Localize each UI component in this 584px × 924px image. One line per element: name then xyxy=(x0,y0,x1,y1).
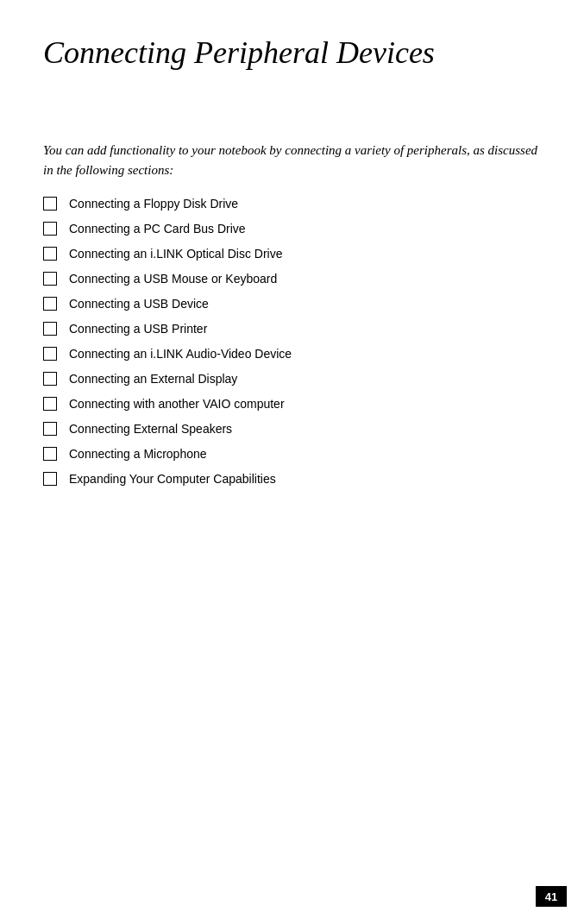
list-item: Connecting External Speakers xyxy=(43,420,541,438)
checkbox-icon xyxy=(43,197,57,211)
list-item-text: Connecting a USB Mouse or Keyboard xyxy=(69,270,277,288)
page-container: Connecting Peripheral Devices You can ad… xyxy=(0,0,584,924)
list-item-text: Connecting a Microphone xyxy=(69,445,207,463)
page-title: Connecting Peripheral Devices xyxy=(43,35,541,72)
checkbox-icon xyxy=(43,222,57,236)
list-item: Connecting a USB Mouse or Keyboard xyxy=(43,270,541,288)
list-item-text: Connecting an External Display xyxy=(69,370,237,388)
checkbox-icon xyxy=(43,272,57,286)
checkbox-icon xyxy=(43,372,57,386)
list-item: Expanding Your Computer Capabilities xyxy=(43,470,541,488)
checkbox-icon xyxy=(43,397,57,411)
checkbox-icon xyxy=(43,422,57,436)
page-number: 41 xyxy=(536,886,567,907)
checkbox-icon xyxy=(43,472,57,486)
intro-paragraph: You can add functionality to your notebo… xyxy=(43,141,541,179)
list-item: Connecting with another VAIO computer xyxy=(43,395,541,413)
list-item-text: Connecting a USB Printer xyxy=(69,320,207,338)
list-item-text: Connecting an i.LINK Optical Disc Drive xyxy=(69,245,282,263)
list-item-text: Connecting an i.LINK Audio-Video Device xyxy=(69,345,292,363)
checkbox-icon xyxy=(43,447,57,461)
checkbox-icon xyxy=(43,322,57,336)
list-item: Connecting a USB Device xyxy=(43,295,541,313)
list-item-text: Connecting with another VAIO computer xyxy=(69,395,285,413)
list-item: Connecting a PC Card Bus Drive xyxy=(43,220,541,238)
list-item-text: Connecting a Floppy Disk Drive xyxy=(69,195,238,213)
list-item: Connecting a Floppy Disk Drive xyxy=(43,195,541,213)
checkbox-icon xyxy=(43,347,57,361)
list-item-text: Connecting a PC Card Bus Drive xyxy=(69,220,246,238)
list-item-text: Connecting External Speakers xyxy=(69,420,232,438)
list-item: Connecting a Microphone xyxy=(43,445,541,463)
items-list: Connecting a Floppy Disk DriveConnecting… xyxy=(43,195,541,488)
list-item: Connecting an External Display xyxy=(43,370,541,388)
checkbox-icon xyxy=(43,297,57,311)
checkbox-icon xyxy=(43,247,57,261)
list-item: Connecting an i.LINK Optical Disc Drive xyxy=(43,245,541,263)
list-item-text: Expanding Your Computer Capabilities xyxy=(69,470,276,488)
list-item-text: Connecting a USB Device xyxy=(69,295,209,313)
list-item: Connecting an i.LINK Audio-Video Device xyxy=(43,345,541,363)
list-item: Connecting a USB Printer xyxy=(43,320,541,338)
